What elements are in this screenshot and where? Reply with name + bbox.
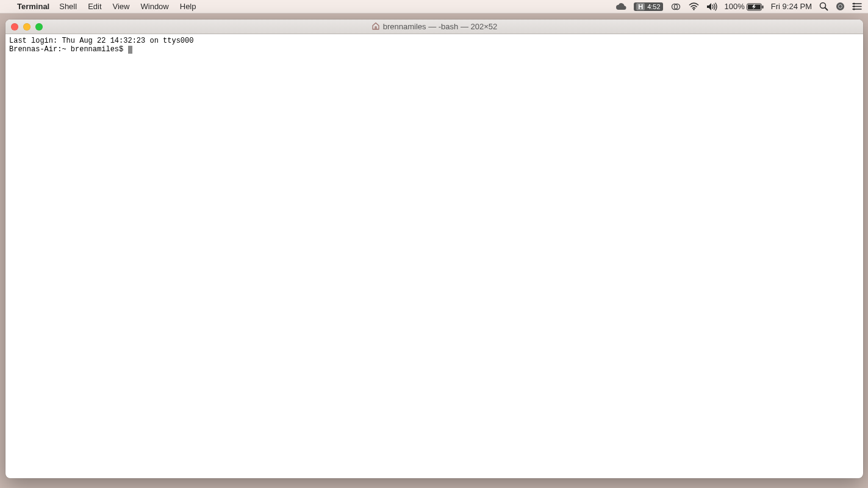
creative-cloud-icon[interactable]: [670, 2, 681, 11]
prompt: Brennas-Air:~ brennamiles$: [9, 45, 127, 54]
wifi-icon[interactable]: [689, 2, 699, 10]
svg-point-2: [693, 9, 694, 10]
home-icon: [371, 22, 380, 32]
terminal-window: brennamiles — -bash — 202×52 Last login:…: [5, 20, 863, 478]
menu-right: H 4:52 100% Fri 9:24 PM: [615, 2, 862, 11]
svg-line-7: [825, 8, 828, 10]
cursor: [128, 46, 132, 54]
last-login-line: Last login: Thu Aug 22 14:32:23 on ttys0…: [9, 37, 193, 45]
app-menu[interactable]: Terminal: [17, 2, 49, 11]
siri-icon[interactable]: [836, 2, 845, 11]
svg-rect-4: [762, 5, 763, 9]
maximize-button[interactable]: [35, 23, 43, 30]
svg-point-14: [853, 5, 855, 7]
battery-status[interactable]: 100%: [725, 2, 764, 11]
h-badge[interactable]: H 4:52: [634, 2, 662, 11]
clock[interactable]: Fri 9:24 PM: [771, 2, 812, 11]
close-button[interactable]: [11, 23, 18, 30]
spotlight-icon[interactable]: [819, 2, 828, 11]
menu-window[interactable]: Window: [141, 2, 169, 11]
volume-icon[interactable]: [706, 2, 717, 11]
terminal-body[interactable]: Last login: Thu Aug 22 14:32:23 on ttys0…: [5, 34, 863, 478]
window-title: brennamiles — -bash — 202×52: [5, 22, 863, 32]
menu-help[interactable]: Help: [180, 2, 196, 11]
traffic-lights: [5, 23, 43, 30]
menu-left: Terminal Shell Edit View Window Help: [9, 2, 207, 11]
battery-percent: 100%: [725, 2, 745, 11]
notification-center-icon[interactable]: [852, 2, 862, 10]
svg-point-13: [853, 2, 855, 4]
h-badge-time: 4:52: [647, 3, 660, 10]
window-title-text: brennamiles — -bash — 202×52: [383, 22, 498, 31]
battery-icon: [747, 2, 764, 11]
svg-point-15: [853, 8, 855, 10]
svg-point-8: [836, 2, 844, 10]
menubar: Terminal Shell Edit View Window Help H 4…: [0, 0, 868, 13]
menu-view[interactable]: View: [113, 2, 130, 11]
menu-edit[interactable]: Edit: [88, 2, 101, 11]
h-badge-letter: H: [636, 3, 645, 10]
menu-shell[interactable]: Shell: [59, 2, 77, 11]
titlebar[interactable]: brennamiles — -bash — 202×52: [5, 20, 863, 34]
minimize-button[interactable]: [23, 23, 30, 30]
cloud-icon[interactable]: [615, 3, 626, 10]
